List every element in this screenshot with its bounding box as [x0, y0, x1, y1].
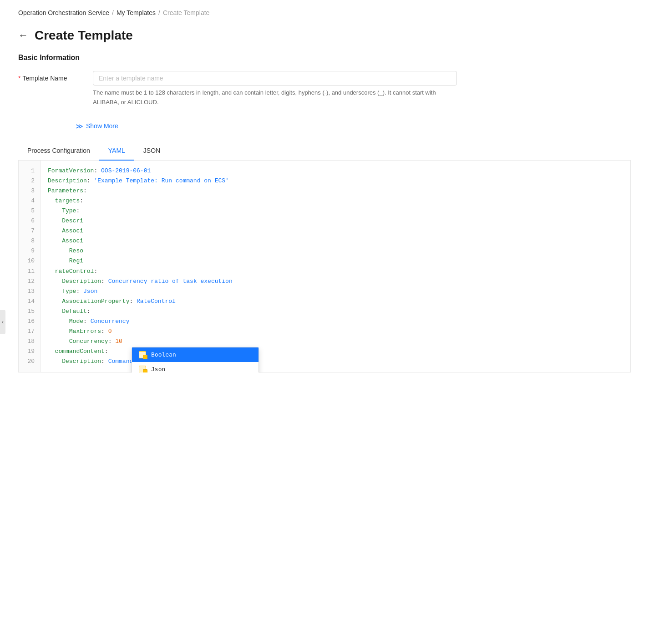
ln-16: 16 — [19, 317, 40, 327]
ln-5: 5 — [19, 206, 40, 216]
ln-11: 11 — [19, 267, 40, 277]
breadcrumb-item-3: Create Template — [163, 9, 209, 16]
breadcrumb-item-2[interactable]: My Templates — [117, 9, 156, 16]
back-button[interactable]: ← — [18, 30, 28, 41]
ln-18: 18 — [19, 337, 40, 347]
autocomplete-icon-boolean — [138, 351, 147, 359]
tabs-container: Process Configuration YAML JSON — [0, 141, 649, 161]
ln-14: 14 — [19, 297, 40, 307]
breadcrumb-sep-2: / — [158, 9, 160, 16]
code-line-2: Description: 'Example Template: Run comm… — [48, 176, 623, 186]
template-name-row: * Template Name The name must be 1 to 12… — [18, 71, 631, 107]
ln-19: 19 — [19, 347, 40, 357]
page-header: ← Create Template — [0, 21, 649, 54]
ln-12: 12 — [19, 277, 40, 287]
code-line-12: Description: Concurrency ratio of task e… — [48, 277, 623, 287]
breadcrumb: Operation Orchestration Service / My Tem… — [0, 0, 649, 21]
tab-process-config[interactable]: Process Configuration — [18, 141, 99, 161]
required-indicator: * — [18, 75, 20, 82]
ln-20: 20 — [19, 357, 40, 367]
ln-4: 4 — [19, 196, 40, 206]
line-numbers: 1 2 3 4 5 6 7 8 9 10 11 12 13 14 15 16 1… — [19, 161, 41, 372]
ln-2: 2 — [19, 176, 40, 186]
code-line-7: Associ — [48, 226, 623, 236]
ln-3: 3 — [19, 186, 40, 196]
code-line-5: Type: — [48, 206, 623, 216]
autocomplete-item-json[interactable]: Json — [132, 362, 259, 373]
section-title: Basic Information — [18, 54, 631, 62]
tabs: Process Configuration YAML JSON — [18, 141, 631, 161]
code-line-13: Type: Json — [48, 287, 623, 297]
template-name-label: * Template Name — [18, 71, 82, 82]
ln-17: 17 — [19, 327, 40, 337]
code-line-4: targets: — [48, 196, 623, 206]
code-line-15: Default: — [48, 307, 623, 317]
code-line-16: Mode: Concurrency — [48, 317, 623, 327]
page-title: Create Template — [35, 28, 133, 43]
basic-information-section: Basic Information * Template Name The na… — [0, 54, 649, 107]
code-line-14: AssociationProperty: RateControl — [48, 297, 623, 307]
ln-9: 9 — [19, 246, 40, 256]
autocomplete-dropdown[interactable]: Boolean Json List Number String — [132, 347, 259, 373]
code-line-11: rateControl: — [48, 267, 623, 277]
ln-10: 10 — [19, 256, 40, 266]
breadcrumb-item-1[interactable]: Operation Orchestration Service — [18, 9, 109, 16]
code-line-3: Parameters: — [48, 186, 623, 196]
show-more-button[interactable]: ≫ Show More — [0, 115, 649, 141]
collapse-handle[interactable]: ‹ — [0, 310, 5, 334]
code-line-8: Associ — [48, 236, 623, 246]
code-line-6: Descri — [48, 216, 623, 226]
ln-8: 8 — [19, 236, 40, 246]
ln-15: 15 — [19, 307, 40, 317]
ln-13: 13 — [19, 287, 40, 297]
collapse-icon: ‹ — [2, 319, 4, 325]
show-more-icon: ≫ — [76, 122, 83, 131]
tab-json[interactable]: JSON — [134, 141, 169, 161]
ln-1: 1 — [19, 166, 40, 176]
editor-wrapper: 1 2 3 4 5 6 7 8 9 10 11 12 13 14 15 16 1… — [18, 161, 631, 373]
editor-area[interactable]: 1 2 3 4 5 6 7 8 9 10 11 12 13 14 15 16 1… — [19, 161, 630, 372]
ln-6: 6 — [19, 216, 40, 226]
autocomplete-item-boolean[interactable]: Boolean — [132, 347, 259, 362]
autocomplete-icon-json — [138, 365, 147, 373]
code-line-1: FormatVersion: OOS-2019-06-01 — [48, 166, 623, 176]
template-name-input[interactable] — [93, 71, 457, 86]
template-name-hint: The name must be 1 to 128 characters in … — [93, 88, 457, 107]
breadcrumb-sep-1: / — [112, 9, 114, 16]
code-line-17: MaxErrors: 0 — [48, 327, 623, 337]
autocomplete-label-boolean: Boolean — [151, 351, 176, 358]
code-line-18: Concurrency: 10 — [48, 337, 623, 347]
ln-7: 7 — [19, 226, 40, 236]
tab-yaml[interactable]: YAML — [99, 141, 134, 161]
show-more-label: Show More — [86, 122, 118, 130]
code-content[interactable]: FormatVersion: OOS-2019-06-01 Descriptio… — [41, 161, 630, 372]
autocomplete-label-json: Json — [151, 366, 165, 372]
template-name-control: The name must be 1 to 128 characters in … — [93, 71, 457, 107]
code-line-10: Regi — [48, 256, 623, 266]
code-line-9: Reso — [48, 246, 623, 256]
